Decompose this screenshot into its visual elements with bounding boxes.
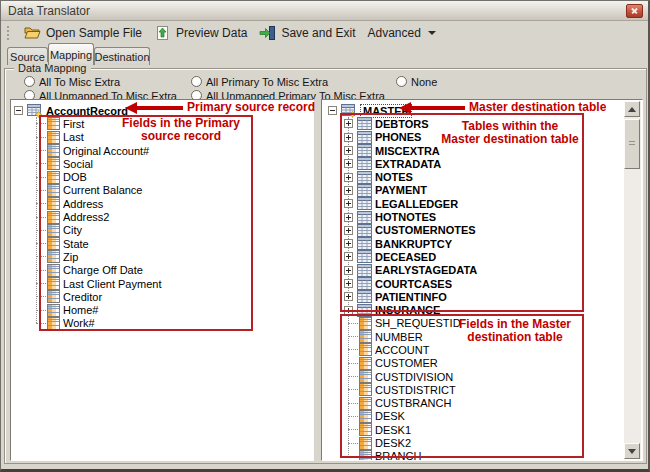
master-field-label: DESK2 (375, 437, 411, 449)
source-field-row[interactable]: Last (11, 131, 313, 144)
master-table-row[interactable]: INSURANCE (322, 303, 642, 316)
source-field-label: Zip (63, 251, 78, 263)
source-field-row[interactable]: City (11, 224, 313, 237)
table-icon (357, 224, 372, 237)
master-field-row[interactable]: DESK (322, 410, 642, 423)
master-root-label: MASTER (360, 104, 412, 118)
expand-plus-icon[interactable] (344, 159, 353, 168)
radio-none[interactable]: None (396, 75, 437, 88)
expand-plus-icon[interactable] (344, 119, 353, 128)
expand-plus-icon[interactable] (344, 279, 353, 288)
source-field-row[interactable]: Address2 (11, 210, 313, 223)
close-button[interactable] (626, 4, 643, 18)
master-table-row[interactable]: LEGALLEDGER (322, 197, 642, 210)
advanced-dropdown-button[interactable]: Advanced (361, 24, 441, 42)
tree-connector (36, 163, 46, 164)
source-field-label: State (63, 238, 89, 250)
scrollbar-thumb[interactable] (624, 119, 640, 169)
source-field-label: City (63, 224, 82, 236)
source-field-row[interactable]: Original Account# (11, 144, 313, 157)
master-table-row[interactable]: DECEASED (322, 250, 642, 263)
master-field-row[interactable]: DESK2 (322, 436, 642, 449)
tab-destination[interactable]: Destination (94, 47, 150, 65)
master-table-row[interactable]: NOTES (322, 170, 642, 183)
expand-plus-icon[interactable] (344, 133, 353, 142)
expand-plus-icon[interactable] (344, 213, 353, 222)
master-field-row[interactable]: CUSTOMER (322, 357, 642, 370)
master-field-row[interactable]: DESK1 (322, 423, 642, 436)
master-table-row[interactable]: HOTNOTES (322, 210, 642, 223)
master-table-label: DEBTORS (375, 118, 429, 130)
source-field-row[interactable]: Last Client Payment (11, 277, 313, 290)
source-field-label: Work# (63, 317, 95, 329)
expand-plus-icon[interactable] (344, 199, 353, 208)
source-field-label: Home# (63, 304, 98, 316)
field-icon (47, 171, 60, 184)
expand-plus-icon[interactable] (344, 292, 353, 301)
source-root-node[interactable]: AccountRecord (11, 104, 313, 117)
master-table-row[interactable]: EARLYSTAGEDATA (322, 264, 642, 277)
source-field-row[interactable]: Work# (11, 317, 313, 330)
master-table-label: EXTRADATA (375, 158, 441, 170)
master-table-row[interactable]: COURTCASES (322, 277, 642, 290)
field-icon (47, 304, 60, 317)
master-field-row[interactable]: SH_REQUESTID (322, 317, 642, 330)
vertical-scrollbar[interactable] (624, 101, 641, 459)
tree-connector (36, 203, 46, 204)
master-table-row[interactable]: EXTRADATA (322, 157, 642, 170)
tab-mapping[interactable]: Mapping (48, 43, 94, 65)
collapse-minus-icon[interactable] (14, 106, 23, 115)
source-field-row[interactable]: Address (11, 197, 313, 210)
master-field-row[interactable]: CUSTDISTRICT (322, 383, 642, 396)
master-table-row[interactable]: PATIENTINFO (322, 290, 642, 303)
source-field-row[interactable]: Current Balance (11, 184, 313, 197)
tree-connector (348, 403, 358, 404)
master-field-row[interactable]: ACCOUNT (322, 343, 642, 356)
master-table-row[interactable]: MISCEXTRA (322, 144, 642, 157)
master-table-row[interactable]: BANKRUPTCY (322, 237, 642, 250)
table-icon (357, 197, 372, 210)
source-field-row[interactable]: Zip (11, 250, 313, 263)
radio-all-primary-to-misc-extra[interactable]: All Primary To Misc Extra (191, 75, 328, 88)
expand-plus-icon[interactable] (344, 252, 353, 261)
expand-plus-icon[interactable] (344, 173, 353, 182)
source-field-row[interactable]: DOB (11, 170, 313, 183)
source-field-row[interactable]: Creditor (11, 290, 313, 303)
save-and-exit-button[interactable]: Save and Exit (253, 23, 361, 43)
expand-plus-icon[interactable] (344, 226, 353, 235)
expand-plus-icon[interactable] (344, 266, 353, 275)
expand-plus-icon[interactable] (344, 186, 353, 195)
radio-all-to-misc-extra[interactable]: All To Misc Extra (24, 75, 120, 88)
master-table-row[interactable]: PAYMENT (322, 184, 642, 197)
master-field-row[interactable]: BRANCH (322, 450, 642, 461)
toolbar: Open Sample File Preview Data Save and E… (1, 21, 648, 45)
field-icon (47, 224, 60, 237)
master-root-node[interactable]: MASTER (322, 104, 642, 117)
source-field-row[interactable]: State (11, 237, 313, 250)
tree-connector (36, 177, 46, 178)
collapse-minus-icon[interactable] (328, 106, 337, 115)
source-field-row[interactable]: Home# (11, 303, 313, 316)
expand-plus-icon[interactable] (344, 146, 353, 155)
scroll-down-button[interactable] (624, 443, 640, 459)
scroll-up-button[interactable] (624, 101, 640, 117)
expand-plus-icon[interactable] (344, 306, 353, 315)
tree-connector (36, 283, 46, 284)
master-table-row[interactable]: DEBTORS (322, 117, 642, 130)
source-field-row[interactable]: First (11, 117, 313, 130)
preview-data-button[interactable]: Preview Data (148, 23, 253, 43)
master-table-label: HOTNOTES (375, 211, 436, 223)
source-field-row[interactable]: Social (11, 157, 313, 170)
master-table-row[interactable]: PHONES (322, 131, 642, 144)
master-field-row[interactable]: CUSTBRANCH (322, 397, 642, 410)
table-icon (357, 184, 372, 197)
open-sample-file-button[interactable]: Open Sample File (18, 23, 148, 43)
dropdown-caret-icon (428, 31, 436, 39)
master-table-row[interactable]: CUSTOMERNOTES (322, 224, 642, 237)
source-field-row[interactable]: Charge Off Date (11, 264, 313, 277)
field-icon (47, 197, 60, 210)
master-field-row[interactable]: NUMBER (322, 330, 642, 343)
master-field-row[interactable]: CUSTDIVISION (322, 370, 642, 383)
expand-plus-icon[interactable] (344, 239, 353, 248)
tree-connector (36, 296, 46, 297)
